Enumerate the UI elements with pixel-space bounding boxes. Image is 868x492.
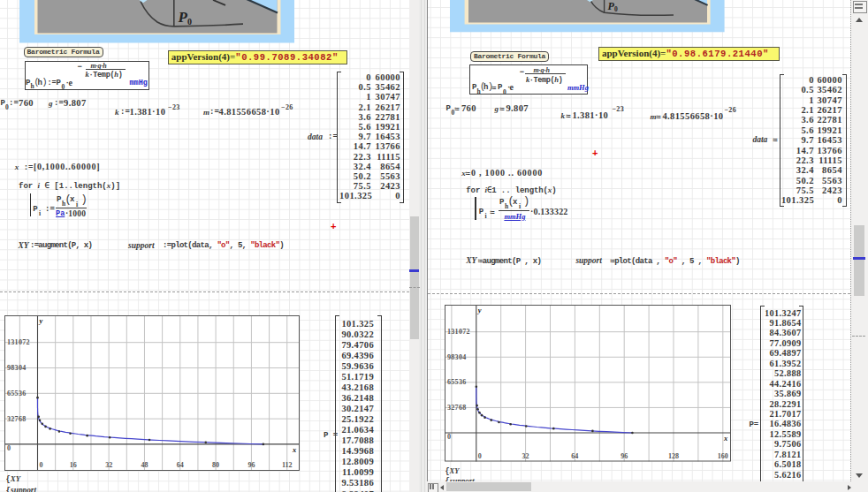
svg-text:128: 128 [668,452,679,460]
svg-text:0: 0 [187,17,192,26]
svg-text:x: x [292,444,297,453]
svg-text:y: y [38,316,42,325]
svg-text:64: 64 [176,461,183,469]
svg-text:80: 80 [212,461,219,469]
svg-text:0: 0 [39,461,42,469]
svg-text:160: 160 [718,452,728,460]
svg-text:112: 112 [281,461,292,469]
svg-text:x: x [723,434,728,443]
svg-text:98304: 98304 [447,353,467,361]
svg-text:32768: 32768 [7,414,27,422]
svg-text:96: 96 [247,461,255,469]
svg-text:P: P [178,9,188,26]
svg-text:131072: 131072 [7,338,30,346]
svg-text:32768: 32768 [447,404,467,412]
svg-text:131072: 131072 [447,328,470,336]
svg-text:64: 64 [571,452,578,460]
svg-text:65536: 65536 [447,378,467,386]
svg-text:96: 96 [621,452,628,460]
svg-text:98304: 98304 [7,364,27,372]
svg-text:48: 48 [141,461,148,469]
svg-text:0: 0 [447,433,451,441]
svg-text:32: 32 [105,461,112,469]
svg-text:y: y [477,306,482,314]
svg-text:0: 0 [7,443,11,451]
svg-text:32: 32 [522,452,529,460]
svg-text:16: 16 [69,461,76,469]
svg-text:0: 0 [478,452,482,460]
svg-text:65536: 65536 [7,389,27,397]
svg-text:0: 0 [614,5,618,13]
